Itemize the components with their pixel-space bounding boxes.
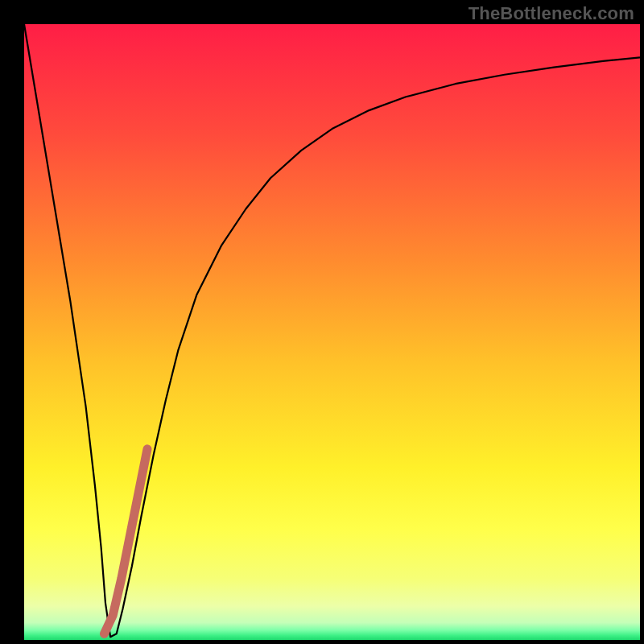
bottleneck-chart [0,0,644,644]
chart-stage: TheBottleneck.com [0,0,644,644]
watermark-text: TheBottleneck.com [469,3,634,24]
plot-background [24,24,640,640]
